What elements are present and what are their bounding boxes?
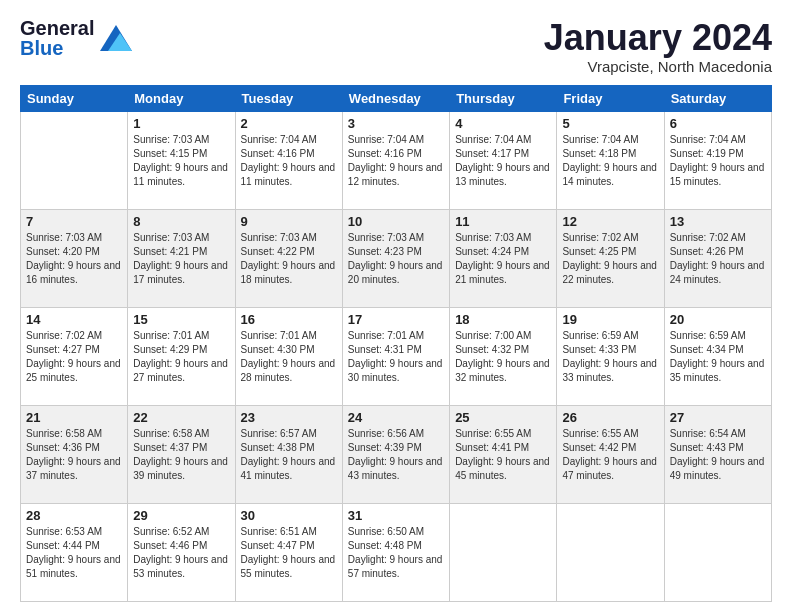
day-number: 1 xyxy=(133,116,229,131)
calendar-cell: 25Sunrise: 6:55 AMSunset: 4:41 PMDayligh… xyxy=(450,405,557,503)
calendar-header-friday: Friday xyxy=(557,85,664,111)
day-number: 16 xyxy=(241,312,337,327)
day-number: 2 xyxy=(241,116,337,131)
calendar-cell: 17Sunrise: 7:01 AMSunset: 4:31 PMDayligh… xyxy=(342,307,449,405)
calendar-cell xyxy=(21,111,128,209)
day-info: Sunrise: 7:02 AMSunset: 4:26 PMDaylight:… xyxy=(670,231,766,287)
day-number: 27 xyxy=(670,410,766,425)
calendar-cell: 21Sunrise: 6:58 AMSunset: 4:36 PMDayligh… xyxy=(21,405,128,503)
day-info: Sunrise: 6:51 AMSunset: 4:47 PMDaylight:… xyxy=(241,525,337,581)
day-number: 7 xyxy=(26,214,122,229)
day-info: Sunrise: 7:03 AMSunset: 4:15 PMDaylight:… xyxy=(133,133,229,189)
calendar-cell: 2Sunrise: 7:04 AMSunset: 4:16 PMDaylight… xyxy=(235,111,342,209)
day-number: 21 xyxy=(26,410,122,425)
calendar-header-sunday: Sunday xyxy=(21,85,128,111)
calendar-cell: 24Sunrise: 6:56 AMSunset: 4:39 PMDayligh… xyxy=(342,405,449,503)
calendar-cell: 5Sunrise: 7:04 AMSunset: 4:18 PMDaylight… xyxy=(557,111,664,209)
logo-blue: Blue xyxy=(20,38,63,58)
calendar-cell: 16Sunrise: 7:01 AMSunset: 4:30 PMDayligh… xyxy=(235,307,342,405)
day-info: Sunrise: 7:01 AMSunset: 4:30 PMDaylight:… xyxy=(241,329,337,385)
day-number: 8 xyxy=(133,214,229,229)
calendar-cell xyxy=(450,503,557,601)
day-number: 17 xyxy=(348,312,444,327)
calendar-cell: 23Sunrise: 6:57 AMSunset: 4:38 PMDayligh… xyxy=(235,405,342,503)
logo: General Blue xyxy=(20,18,132,58)
calendar-cell: 29Sunrise: 6:52 AMSunset: 4:46 PMDayligh… xyxy=(128,503,235,601)
day-number: 23 xyxy=(241,410,337,425)
calendar-cell: 14Sunrise: 7:02 AMSunset: 4:27 PMDayligh… xyxy=(21,307,128,405)
day-info: Sunrise: 7:03 AMSunset: 4:23 PMDaylight:… xyxy=(348,231,444,287)
day-number: 14 xyxy=(26,312,122,327)
calendar-cell: 18Sunrise: 7:00 AMSunset: 4:32 PMDayligh… xyxy=(450,307,557,405)
calendar-cell: 30Sunrise: 6:51 AMSunset: 4:47 PMDayligh… xyxy=(235,503,342,601)
calendar-cell: 31Sunrise: 6:50 AMSunset: 4:48 PMDayligh… xyxy=(342,503,449,601)
day-info: Sunrise: 6:59 AMSunset: 4:33 PMDaylight:… xyxy=(562,329,658,385)
day-info: Sunrise: 7:03 AMSunset: 4:22 PMDaylight:… xyxy=(241,231,337,287)
calendar-week-row: 7Sunrise: 7:03 AMSunset: 4:20 PMDaylight… xyxy=(21,209,772,307)
day-info: Sunrise: 7:03 AMSunset: 4:20 PMDaylight:… xyxy=(26,231,122,287)
day-number: 28 xyxy=(26,508,122,523)
day-number: 5 xyxy=(562,116,658,131)
day-info: Sunrise: 6:59 AMSunset: 4:34 PMDaylight:… xyxy=(670,329,766,385)
calendar-cell: 1Sunrise: 7:03 AMSunset: 4:15 PMDaylight… xyxy=(128,111,235,209)
day-number: 11 xyxy=(455,214,551,229)
day-number: 12 xyxy=(562,214,658,229)
day-number: 15 xyxy=(133,312,229,327)
day-info: Sunrise: 7:02 AMSunset: 4:25 PMDaylight:… xyxy=(562,231,658,287)
calendar-cell: 15Sunrise: 7:01 AMSunset: 4:29 PMDayligh… xyxy=(128,307,235,405)
calendar-cell: 7Sunrise: 7:03 AMSunset: 4:20 PMDaylight… xyxy=(21,209,128,307)
calendar-cell: 13Sunrise: 7:02 AMSunset: 4:26 PMDayligh… xyxy=(664,209,771,307)
day-info: Sunrise: 6:55 AMSunset: 4:42 PMDaylight:… xyxy=(562,427,658,483)
day-info: Sunrise: 6:56 AMSunset: 4:39 PMDaylight:… xyxy=(348,427,444,483)
calendar-cell: 22Sunrise: 6:58 AMSunset: 4:37 PMDayligh… xyxy=(128,405,235,503)
calendar-week-row: 21Sunrise: 6:58 AMSunset: 4:36 PMDayligh… xyxy=(21,405,772,503)
day-info: Sunrise: 6:53 AMSunset: 4:44 PMDaylight:… xyxy=(26,525,122,581)
day-number: 13 xyxy=(670,214,766,229)
calendar-header-saturday: Saturday xyxy=(664,85,771,111)
calendar-cell: 10Sunrise: 7:03 AMSunset: 4:23 PMDayligh… xyxy=(342,209,449,307)
title-block: January 2024 Vrapciste, North Macedonia xyxy=(544,18,772,75)
day-number: 26 xyxy=(562,410,658,425)
calendar-cell: 9Sunrise: 7:03 AMSunset: 4:22 PMDaylight… xyxy=(235,209,342,307)
calendar-cell xyxy=(557,503,664,601)
calendar-cell: 11Sunrise: 7:03 AMSunset: 4:24 PMDayligh… xyxy=(450,209,557,307)
logo-icon xyxy=(100,25,132,51)
month-title: January 2024 xyxy=(544,18,772,58)
calendar-cell: 6Sunrise: 7:04 AMSunset: 4:19 PMDaylight… xyxy=(664,111,771,209)
calendar-header-row: SundayMondayTuesdayWednesdayThursdayFrid… xyxy=(21,85,772,111)
day-number: 3 xyxy=(348,116,444,131)
day-number: 19 xyxy=(562,312,658,327)
calendar-cell xyxy=(664,503,771,601)
day-info: Sunrise: 7:01 AMSunset: 4:31 PMDaylight:… xyxy=(348,329,444,385)
day-info: Sunrise: 7:04 AMSunset: 4:17 PMDaylight:… xyxy=(455,133,551,189)
day-info: Sunrise: 7:04 AMSunset: 4:18 PMDaylight:… xyxy=(562,133,658,189)
day-info: Sunrise: 7:00 AMSunset: 4:32 PMDaylight:… xyxy=(455,329,551,385)
day-info: Sunrise: 7:03 AMSunset: 4:24 PMDaylight:… xyxy=(455,231,551,287)
calendar-week-row: 14Sunrise: 7:02 AMSunset: 4:27 PMDayligh… xyxy=(21,307,772,405)
day-info: Sunrise: 7:03 AMSunset: 4:21 PMDaylight:… xyxy=(133,231,229,287)
calendar-table: SundayMondayTuesdayWednesdayThursdayFrid… xyxy=(20,85,772,602)
calendar-cell: 12Sunrise: 7:02 AMSunset: 4:25 PMDayligh… xyxy=(557,209,664,307)
day-number: 6 xyxy=(670,116,766,131)
day-info: Sunrise: 7:04 AMSunset: 4:19 PMDaylight:… xyxy=(670,133,766,189)
calendar-header-thursday: Thursday xyxy=(450,85,557,111)
day-number: 29 xyxy=(133,508,229,523)
calendar-cell: 27Sunrise: 6:54 AMSunset: 4:43 PMDayligh… xyxy=(664,405,771,503)
day-info: Sunrise: 6:54 AMSunset: 4:43 PMDaylight:… xyxy=(670,427,766,483)
calendar-cell: 28Sunrise: 6:53 AMSunset: 4:44 PMDayligh… xyxy=(21,503,128,601)
day-number: 22 xyxy=(133,410,229,425)
calendar-week-row: 1Sunrise: 7:03 AMSunset: 4:15 PMDaylight… xyxy=(21,111,772,209)
calendar-week-row: 28Sunrise: 6:53 AMSunset: 4:44 PMDayligh… xyxy=(21,503,772,601)
page: General Blue January 2024 Vrapciste, Nor… xyxy=(0,0,792,612)
calendar-header-monday: Monday xyxy=(128,85,235,111)
day-info: Sunrise: 6:57 AMSunset: 4:38 PMDaylight:… xyxy=(241,427,337,483)
calendar-cell: 20Sunrise: 6:59 AMSunset: 4:34 PMDayligh… xyxy=(664,307,771,405)
calendar-header-tuesday: Tuesday xyxy=(235,85,342,111)
day-number: 31 xyxy=(348,508,444,523)
day-number: 4 xyxy=(455,116,551,131)
day-info: Sunrise: 6:52 AMSunset: 4:46 PMDaylight:… xyxy=(133,525,229,581)
day-info: Sunrise: 7:02 AMSunset: 4:27 PMDaylight:… xyxy=(26,329,122,385)
day-number: 20 xyxy=(670,312,766,327)
day-number: 24 xyxy=(348,410,444,425)
calendar-cell: 8Sunrise: 7:03 AMSunset: 4:21 PMDaylight… xyxy=(128,209,235,307)
